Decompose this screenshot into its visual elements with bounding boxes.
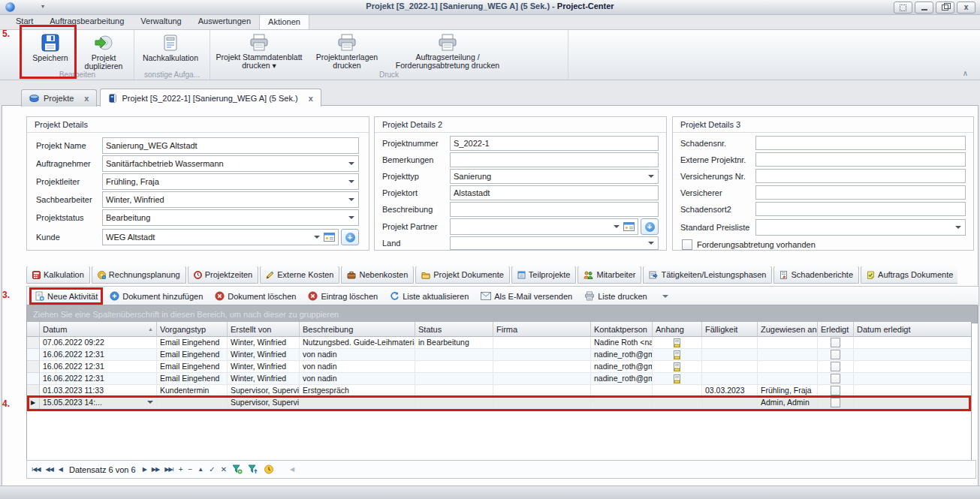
history-icon[interactable] xyxy=(264,464,274,474)
scroll-left-icon[interactable]: ◀ xyxy=(290,466,294,473)
chevron-down-icon[interactable] xyxy=(348,198,354,201)
projektnummer-input[interactable]: S_2022-1 xyxy=(450,136,659,151)
send-email-button[interactable]: Als E-Mail versenden xyxy=(481,292,572,301)
column-header-status[interactable]: Status xyxy=(415,322,493,337)
column-header-kontaktperson[interactable]: Kontaktperson xyxy=(591,322,653,337)
sachbearbeiter-dropdown[interactable]: Winter, Winfried xyxy=(102,191,359,208)
refresh-list-button[interactable]: Liste aktualisieren xyxy=(390,291,469,301)
grid-row[interactable]: 16.06.2022 12:31 Email Eingehend Winter,… xyxy=(27,361,971,373)
tab-projektzeiten[interactable]: Projektzeiten xyxy=(188,266,259,284)
chevron-down-icon[interactable] xyxy=(614,225,620,228)
chevron-down-icon[interactable] xyxy=(955,226,961,229)
close-button[interactable]: x xyxy=(957,2,975,14)
print-auftragserteilung-button[interactable]: Auftragserteilung / Forderungsabtretung … xyxy=(387,32,508,71)
tab-nebenkosten[interactable]: Nebenkosten xyxy=(341,266,414,284)
erledigt-checkbox[interactable] xyxy=(831,398,840,407)
datum-editor-cell[interactable]: 15.05.2023 14:... xyxy=(40,397,157,409)
tab-taetigkeiten[interactable]: Tätigkeiten/Leistungsphasen xyxy=(643,266,772,284)
externe-projektnr-input[interactable] xyxy=(755,152,966,167)
projekt-name-input[interactable]: Sanierung_WEG Altstadt xyxy=(102,137,359,154)
column-header-datum-erledigt[interactable]: Datum erledigt xyxy=(854,322,971,337)
chevron-down-icon[interactable] xyxy=(648,242,654,245)
erledigt-checkbox[interactable] xyxy=(831,374,840,383)
grid-row[interactable]: 07.06.2022 09:22 Email Eingehend Winter,… xyxy=(27,337,971,349)
add-document-button[interactable]: Dokument hinzufügen xyxy=(110,291,203,301)
print-stammdatenblatt-button[interactable]: Projekt Stammdatenblatt drucken ▾ xyxy=(212,32,306,71)
ribbon-tab-auftragsbearbeitung[interactable]: Auftragsbearbeitung xyxy=(41,14,132,29)
column-header-vorgangstyp[interactable]: Vorgangstyp xyxy=(157,322,228,337)
grid-row[interactable]: 16.06.2022 12:31 Email Eingehend Winter,… xyxy=(27,373,971,385)
land-dropdown[interactable] xyxy=(450,236,659,250)
edit-record-button[interactable]: ▲ xyxy=(198,466,204,473)
add-kunde-button[interactable]: + xyxy=(341,229,359,245)
prev-page-button[interactable]: ◀◀ xyxy=(46,466,53,473)
next-page-button[interactable]: ▶▶ xyxy=(152,466,159,473)
erledigt-checkbox[interactable] xyxy=(831,362,840,371)
projekttyp-dropdown[interactable]: Sanierung xyxy=(450,169,659,184)
append-record-button[interactable]: + xyxy=(179,465,183,473)
tab-mitarbeiter[interactable]: Mitarbeiter xyxy=(577,266,641,284)
standard-preisliste-dropdown[interactable] xyxy=(755,219,966,236)
new-activity-button[interactable]: Neue Aktivität xyxy=(35,291,98,301)
projektleiter-dropdown[interactable]: Frühling, Fraja xyxy=(102,173,359,190)
prev-record-button[interactable]: ◀ xyxy=(59,466,62,473)
auftragnehmer-dropdown[interactable]: Sanitärfachbetrieb Wassermann xyxy=(102,155,359,172)
column-header-anhang[interactable]: Anhang xyxy=(653,322,702,337)
ribbon-tab-auswertungen[interactable]: Auswertungen xyxy=(190,14,259,29)
last-record-button[interactable]: ▶▶I xyxy=(164,466,173,473)
tab-projekt-dokumente[interactable]: Projekt Dokumente xyxy=(415,266,510,284)
save-button[interactable]: Speichern xyxy=(23,32,78,64)
versicherungs-nr-input[interactable] xyxy=(755,169,966,183)
end-edit-button[interactable]: ✓ xyxy=(209,465,215,473)
ribbon-tab-aktionen[interactable]: Aktionen xyxy=(259,14,309,29)
column-header-datum[interactable]: Datum▲ xyxy=(40,322,157,337)
tab-kalkulation[interactable]: Kalkulation xyxy=(26,266,90,284)
duplicate-project-button[interactable]: Projekt duplizieren xyxy=(78,32,129,72)
column-header-erledigt[interactable]: Erledigt xyxy=(818,322,854,337)
tab-auftrags-dokumente[interactable]: Auftrags Dokumente xyxy=(861,266,957,284)
beschreibung-input[interactable] xyxy=(450,202,659,217)
filter-edit-icon[interactable] xyxy=(248,464,258,474)
chevron-down-icon[interactable] xyxy=(348,216,354,219)
doc-tab-projekte[interactable]: Projekte x xyxy=(21,89,97,107)
delete-document-button[interactable]: Dokument löschen xyxy=(215,291,296,301)
chevron-down-icon[interactable] xyxy=(348,162,354,165)
chevron-down-icon[interactable] xyxy=(147,401,153,404)
column-header-firma[interactable]: Firma xyxy=(493,322,591,337)
close-tab-icon[interactable]: x xyxy=(309,94,313,103)
next-record-button[interactable]: ▶ xyxy=(143,466,146,473)
nachkalkulation-button[interactable]: Nachkalkulation xyxy=(136,32,205,64)
erledigt-checkbox[interactable] xyxy=(831,350,840,359)
tab-rechnungsplanung[interactable]: Rechnungsplanung xyxy=(92,266,186,284)
grid-row[interactable]: 16.06.2022 12:31 Email Eingehend Winter,… xyxy=(27,349,971,361)
tab-externe-kosten[interactable]: Externe Kosten xyxy=(260,266,339,284)
chevron-down-icon[interactable] xyxy=(348,180,354,183)
erledigt-checkbox[interactable] xyxy=(831,338,840,347)
ribbon-tab-verwaltung[interactable]: Verwaltung xyxy=(132,14,189,29)
close-tab-icon[interactable]: x xyxy=(84,94,89,103)
chevron-down-icon[interactable] xyxy=(314,236,320,239)
minimize-button[interactable] xyxy=(915,2,933,14)
print-list-button[interactable]: Liste drucken xyxy=(584,291,647,301)
column-header-faelligkeit[interactable]: Fälligkeit xyxy=(702,322,758,337)
kunde-lookup[interactable]: WEG Altstadt xyxy=(102,229,339,245)
projekt-partner-lookup[interactable] xyxy=(450,218,638,235)
cancel-edit-button[interactable]: ✕ xyxy=(221,465,227,473)
doc-tab-projekt-aktiv[interactable]: Projekt [S_2022-1] [Sanierung_WEG A] (5 … xyxy=(100,89,321,107)
first-record-button[interactable]: I◀◀ xyxy=(32,466,41,473)
filter-add-icon[interactable] xyxy=(232,464,243,474)
forderungsabtretung-checkbox[interactable] xyxy=(682,239,692,250)
projektort-input[interactable]: Alstastadt xyxy=(450,185,659,200)
delete-entry-button[interactable]: Eintrag löschen xyxy=(308,291,378,301)
tab-teilprojekte[interactable]: Teilprojekte xyxy=(511,266,577,284)
column-header-zugewiesen-an[interactable]: Zugewiesen an xyxy=(758,322,818,337)
contact-card-icon[interactable] xyxy=(623,222,635,231)
contact-card-icon[interactable] xyxy=(324,233,335,242)
column-header-beschreibung[interactable]: Beschreibung xyxy=(300,322,415,337)
toolbar-overflow-icon[interactable] xyxy=(662,295,668,298)
group-by-panel[interactable]: Ziehen Sie eine Spaltenüberschrift in di… xyxy=(26,305,978,323)
projektstatus-dropdown[interactable]: Bearbeitung xyxy=(102,209,359,226)
print-projektunterlagen-button[interactable]: Projektunterlagen drucken xyxy=(306,32,387,71)
grid-row[interactable]: 01.03.2023 11:33 Kundentermin Supervisor… xyxy=(27,385,971,397)
add-partner-button[interactable]: + xyxy=(641,218,659,235)
